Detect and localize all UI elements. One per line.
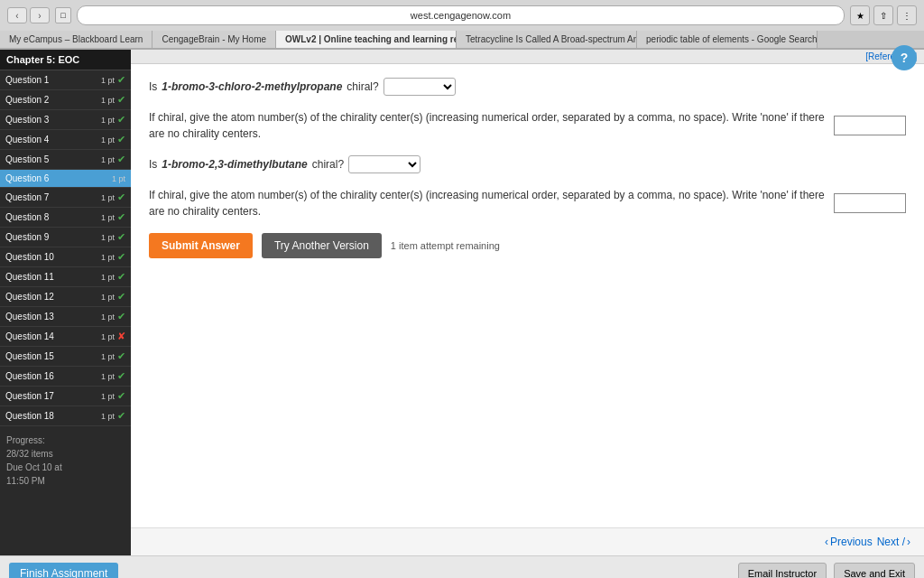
share-button[interactable]: ⇧ <box>873 5 893 25</box>
sidebar-item-q13[interactable]: Question 13 1 pt ✔ <box>0 307 131 327</box>
q1-chirality-text: If chiral, give the atom number(s) of th… <box>149 109 829 142</box>
sidebar-item-q12[interactable]: Question 12 1 pt ✔ <box>0 287 131 307</box>
action-row: Submit Answer Try Another Version 1 item… <box>149 233 906 258</box>
check-icon-q4: ✔ <box>117 134 125 145</box>
attempt-text: 1 item attempt remaining <box>391 240 500 251</box>
help-button[interactable]: ? <box>892 45 917 70</box>
more-button[interactable]: ⋮ <box>897 5 917 25</box>
bookmark-button[interactable]: ★ <box>850 5 870 25</box>
q2-chirality-text: If chiral, give the atom number(s) of th… <box>149 187 829 219</box>
save-exit-button[interactable]: Save and Exit <box>834 563 915 579</box>
q1-chirality-input[interactable] <box>834 116 906 135</box>
question-row-2: Is 1-bromo-2,3-dimethylbutane chiral? Ye… <box>149 155 906 173</box>
sidebar-item-q18[interactable]: Question 18 1 pt ✔ <box>0 406 131 426</box>
sidebar-item-q1[interactable]: Question 1 1 pt ✔ <box>0 70 131 90</box>
question-row-1: Is 1-bromo-3-chloro-2-methylpropane chir… <box>149 78 906 96</box>
chevron-right-icon: › <box>907 536 910 548</box>
tab-tetracycline[interactable]: Tetracycline Is Called A Broad-spectrum … <box>457 31 637 48</box>
references-bar[interactable]: [References] <box>131 50 924 64</box>
check-icon-q5: ✔ <box>117 154 125 165</box>
check-icon-q2: ✔ <box>117 94 125 106</box>
q2-chirality-input[interactable] <box>834 193 906 213</box>
try-another-button[interactable]: Try Another Version <box>262 233 382 258</box>
progress-label: Progress: <box>6 434 125 447</box>
sidebar-item-q16[interactable]: Question 16 1 pt ✔ <box>0 367 131 387</box>
sidebar-item-q5[interactable]: Question 5 1 pt ✔ <box>0 150 131 170</box>
address-text: west.cengagenow.com <box>411 10 511 21</box>
sidebar-title: Chapter 5: EOC <box>0 50 131 70</box>
submit-button[interactable]: Submit Answer <box>149 233 253 258</box>
sidebar-item-q10[interactable]: Question 10 1 pt ✔ <box>0 247 131 267</box>
sidebar-item-q7[interactable]: Question 7 1 pt ✔ <box>0 188 131 208</box>
check-icon-q13: ✔ <box>117 311 125 322</box>
sidebar-item-q2[interactable]: Question 2 1 pt ✔ <box>0 90 131 110</box>
sidebar-item-q9[interactable]: Question 9 1 pt ✔ <box>0 228 131 247</box>
browser-tabs: My eCampus – Blackboard Learn CengageBra… <box>0 31 924 49</box>
sidebar-item-q11[interactable]: Question 11 1 pt ✔ <box>0 267 131 287</box>
email-instructor-button[interactable]: Email Instructor <box>738 563 827 579</box>
x-icon-q14: ✘ <box>117 331 125 342</box>
tab-periodic[interactable]: periodic table of elements - Google Sear… <box>637 31 818 48</box>
chevron-left-icon: ‹ <box>825 536 828 548</box>
back-button[interactable]: ‹ <box>7 7 27 23</box>
address-bar[interactable]: west.cengagenow.com <box>77 5 845 25</box>
q2-suffix: chiral? <box>312 156 344 172</box>
q2-prefix: Is <box>149 156 157 172</box>
content-area: [References] Is 1-bromo-3-chloro-2-methy… <box>131 50 924 555</box>
sidebar-item-q8[interactable]: Question 8 1 pt ✔ <box>0 208 131 228</box>
finish-assignment-button[interactable]: Finish Assignment <box>9 563 118 579</box>
tab-cengagebrain[interactable]: CengageBrain - My Home <box>152 31 276 48</box>
check-icon-q16: ✔ <box>117 370 125 382</box>
footer-bar: Finish Assignment Email Instructor Save … <box>0 555 924 578</box>
sidebar-item-q14[interactable]: Question 14 1 pt ✘ <box>0 327 131 347</box>
q2-chiral-dropdown[interactable]: Yes No <box>348 155 420 173</box>
progress-items: 28/32 items <box>6 447 125 461</box>
sidebar-item-q6[interactable]: Question 6 1 pt <box>0 170 131 188</box>
question-content: Is 1-bromo-3-chloro-2-methylpropane chir… <box>131 64 924 272</box>
progress-area: Progress: 28/32 items Due Oct 10 at 11:5… <box>0 426 131 495</box>
nav-bottom: ‹ Previous Next / › <box>131 527 924 555</box>
tab-ecampus[interactable]: My eCampus – Blackboard Learn <box>0 31 152 48</box>
check-icon-q9: ✔ <box>117 231 125 243</box>
check-icon-q12: ✔ <box>117 291 125 303</box>
progress-due: Due Oct 10 at <box>6 461 125 474</box>
sidebar-item-q4[interactable]: Question 4 1 pt ✔ <box>0 130 131 150</box>
q1-chirality-row: If chiral, give the atom number(s) of th… <box>149 109 906 142</box>
previous-link[interactable]: ‹ Previous <box>825 536 873 548</box>
check-icon-q18: ✔ <box>117 410 125 422</box>
check-icon-q8: ✔ <box>117 211 125 223</box>
sidebar-item-q17[interactable]: Question 17 1 pt ✔ <box>0 387 131 406</box>
sidebar: Chapter 5: EOC Question 1 1 pt ✔ Questio… <box>0 50 131 555</box>
footer-right: Email Instructor Save and Exit <box>738 563 915 579</box>
check-icon-q17: ✔ <box>117 390 125 402</box>
forward-button[interactable]: › <box>30 7 50 23</box>
check-icon-q1: ✔ <box>117 74 125 86</box>
check-icon-q11: ✔ <box>117 271 125 283</box>
q1-compound: 1-bromo-3-chloro-2-methylpropane <box>162 80 342 93</box>
sidebar-badge-q1: 1 pt <box>101 76 115 85</box>
q2-compound: 1-bromo-2,3-dimethylbutane <box>162 158 307 171</box>
q1-prefix: Is <box>149 79 157 95</box>
q1-chiral-dropdown[interactable]: Yes No <box>383 78 456 96</box>
next-link[interactable]: Next / › <box>877 536 910 548</box>
window-button[interactable]: □ <box>55 7 71 23</box>
progress-time: 11:50 PM <box>6 474 125 488</box>
sidebar-item-q15[interactable]: Question 15 1 pt ✔ <box>0 347 131 367</box>
check-icon-q15: ✔ <box>117 350 125 362</box>
tab-owlv2[interactable]: OWLv2 | Online teaching and learning res… <box>276 31 457 48</box>
sidebar-item-q3[interactable]: Question 3 1 pt ✔ <box>0 110 131 130</box>
check-icon-q7: ✔ <box>117 191 125 203</box>
check-icon-q3: ✔ <box>117 114 125 126</box>
q1-suffix: chiral? <box>346 79 378 95</box>
sidebar-item-label-q1: Question 1 <box>5 75 97 85</box>
q2-chirality-row: If chiral, give the atom number(s) of th… <box>149 187 906 219</box>
check-icon-q10: ✔ <box>117 251 125 263</box>
